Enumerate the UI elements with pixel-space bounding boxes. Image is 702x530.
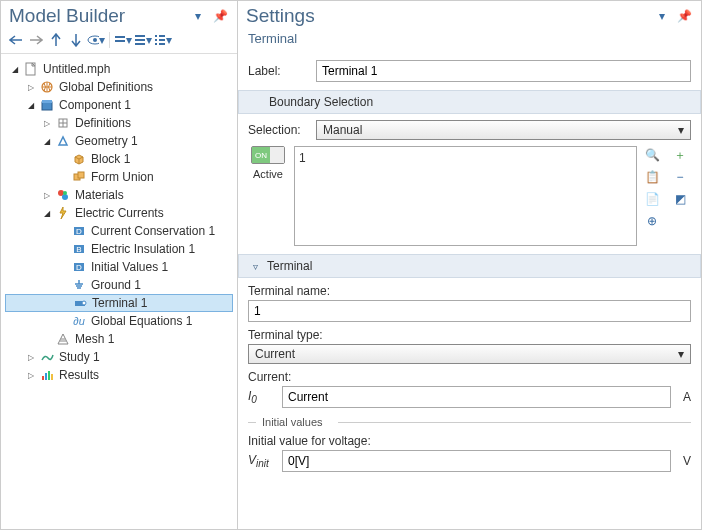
tree-item-electric-insulation-1[interactable]: BElectric Insulation 1 — [5, 240, 233, 258]
svg-rect-11 — [155, 43, 157, 45]
tree-item-label: Electric Currents — [73, 206, 164, 220]
terminal-section-label: Terminal — [267, 259, 312, 273]
tree-item-label: Electric Insulation 1 — [89, 242, 195, 256]
tree-item-definitions[interactable]: ▷Definitions — [5, 114, 233, 132]
twisty-icon[interactable] — [57, 171, 69, 183]
collapse-button[interactable]: ▾ — [114, 31, 132, 49]
twisty-icon[interactable] — [57, 315, 69, 327]
svg-text:D: D — [76, 263, 82, 272]
init-voltage-input[interactable] — [282, 450, 671, 472]
tree-item-global-definitions[interactable]: ▷Global Definitions — [5, 78, 233, 96]
tree-item-materials[interactable]: ▷Materials — [5, 186, 233, 204]
twisty-icon[interactable] — [58, 297, 70, 309]
union-icon — [71, 169, 87, 185]
tree-item-study-1[interactable]: ▷Study 1 — [5, 348, 233, 366]
terminal-type-dropdown[interactable]: Current ▾ — [248, 344, 691, 364]
svg-rect-5 — [135, 39, 145, 41]
minimize-icon[interactable]: ▾ — [653, 7, 671, 25]
tree-item-label: Global Equations 1 — [89, 314, 192, 328]
tree-item-label: Initial Values 1 — [89, 260, 168, 274]
pin-icon[interactable]: 📌 — [675, 7, 693, 25]
twisty-icon[interactable]: ▷ — [41, 189, 53, 201]
twisty-icon[interactable]: ▷ — [25, 351, 37, 363]
label-input[interactable] — [316, 60, 691, 82]
tree-item-label: Terminal 1 — [90, 296, 147, 310]
twisty-icon[interactable]: ◢ — [41, 207, 53, 219]
gnd-icon — [71, 277, 87, 293]
selection-listbox[interactable]: 1 — [294, 146, 637, 246]
tree-item-label: Geometry 1 — [73, 134, 138, 148]
ge-icon: ∂u — [71, 313, 87, 329]
twisty-icon[interactable]: ▷ — [41, 117, 53, 129]
list-button[interactable]: ▾ — [154, 31, 172, 49]
nav-forward-button[interactable] — [27, 31, 45, 49]
svg-rect-35 — [51, 374, 53, 380]
add-icon[interactable]: ＋ — [671, 146, 689, 164]
svg-point-22 — [63, 191, 67, 195]
show-button[interactable]: ▾ — [87, 31, 105, 49]
remove-icon[interactable]: − — [671, 168, 689, 186]
defs-icon — [55, 115, 71, 131]
svg-rect-16 — [42, 100, 52, 103]
tree-item-terminal-1[interactable]: Terminal 1 — [5, 294, 233, 312]
expand-button[interactable]: ▾ — [134, 31, 152, 49]
settings-panel: Settings ▾ 📌 Terminal Label: Boundary Se… — [238, 1, 701, 529]
tree-item-label: Definitions — [73, 116, 131, 130]
component-icon — [39, 97, 55, 113]
tree-item-ground-1[interactable]: Ground 1 — [5, 276, 233, 294]
toggle-icon[interactable]: ◩ — [671, 190, 689, 208]
select-icon[interactable]: ⊕ — [643, 212, 661, 230]
tree-item-global-equations-1[interactable]: ∂uGlobal Equations 1 — [5, 312, 233, 330]
selection-dropdown[interactable]: Manual ▾ — [316, 120, 691, 140]
list-item[interactable]: 1 — [299, 151, 632, 165]
chevron-down-icon: ▾ — [678, 347, 684, 361]
twisty-icon[interactable] — [57, 225, 69, 237]
zoom-icon[interactable]: 🔍 — [643, 146, 661, 164]
tree-item-label: Results — [57, 368, 99, 382]
tree-item-block-1[interactable]: Block 1 — [5, 150, 233, 168]
twisty-icon[interactable] — [57, 261, 69, 273]
terminal-type-label: Terminal type: — [248, 328, 691, 342]
svg-rect-8 — [159, 35, 165, 37]
twisty-icon[interactable] — [57, 243, 69, 255]
nav-up-button[interactable] — [47, 31, 65, 49]
tree-item-current-conservation-1[interactable]: DCurrent Conservation 1 — [5, 222, 233, 240]
twisty-icon[interactable] — [57, 153, 69, 165]
tree-item-form-union[interactable]: Form Union — [5, 168, 233, 186]
twisty-icon[interactable]: ▷ — [25, 369, 37, 381]
twisty-icon[interactable] — [57, 279, 69, 291]
twisty-icon[interactable]: ▷ — [25, 81, 37, 93]
twisty-icon[interactable] — [41, 333, 53, 345]
tree-item-electric-currents[interactable]: ◢Electric Currents — [5, 204, 233, 222]
boundary-selection-header[interactable]: Boundary Selection — [238, 90, 701, 114]
tree-item-geometry-1[interactable]: ◢Geometry 1 — [5, 132, 233, 150]
twisty-icon[interactable]: ◢ — [41, 135, 53, 147]
copy-icon[interactable]: 📄 — [643, 190, 661, 208]
svg-rect-12 — [159, 43, 165, 45]
svg-rect-34 — [48, 371, 50, 380]
tree-item-results[interactable]: ▷Results — [5, 366, 233, 384]
model-tree[interactable]: ◢Untitled.mph▷Global Definitions◢Compone… — [1, 54, 237, 529]
paste-icon[interactable]: 📋 — [643, 168, 661, 186]
nav-down-button[interactable] — [67, 31, 85, 49]
svg-point-1 — [93, 38, 97, 42]
tree-item-component-1[interactable]: ◢Component 1 — [5, 96, 233, 114]
tree-item-untitled-mph[interactable]: ◢Untitled.mph — [5, 60, 233, 78]
study-icon — [39, 349, 55, 365]
nav-back-button[interactable] — [7, 31, 25, 49]
ec-icon — [55, 205, 71, 221]
minimize-icon[interactable]: ▾ — [189, 7, 207, 25]
settings-title: Settings — [246, 5, 315, 27]
init-voltage-symbol: Vinit — [248, 453, 276, 469]
pin-icon[interactable]: 📌 — [211, 7, 229, 25]
model-builder-header: Model Builder ▾ 📌 — [1, 1, 237, 29]
active-toggle[interactable]: ON — [251, 146, 285, 164]
current-input[interactable] — [282, 386, 671, 408]
tree-item-label: Block 1 — [89, 152, 130, 166]
terminal-section-header[interactable]: ▿ Terminal — [238, 254, 701, 278]
tree-item-mesh-1[interactable]: Mesh 1 — [5, 330, 233, 348]
twisty-icon[interactable]: ◢ — [25, 99, 37, 111]
terminal-name-input[interactable] — [248, 300, 691, 322]
twisty-icon[interactable]: ◢ — [9, 63, 21, 75]
tree-item-initial-values-1[interactable]: DInitial Values 1 — [5, 258, 233, 276]
